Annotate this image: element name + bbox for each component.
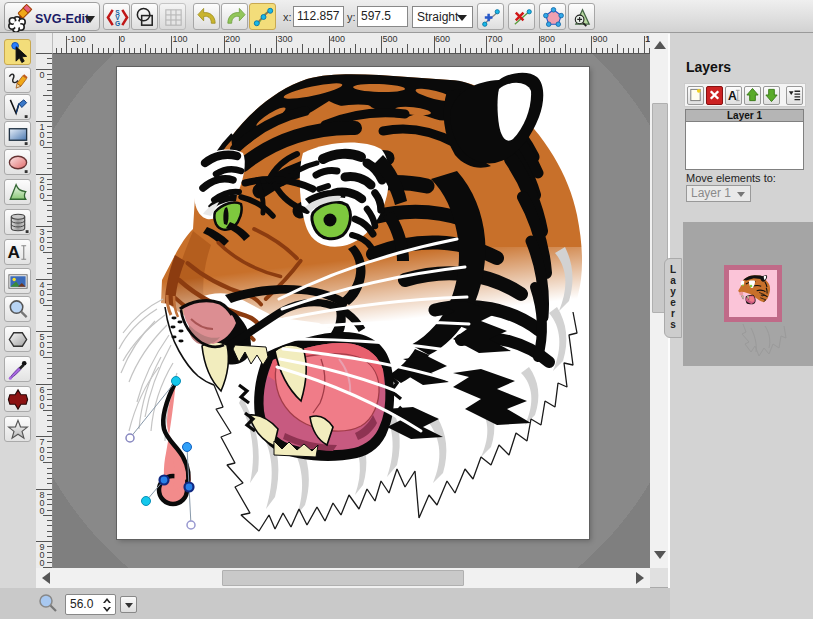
svg-text:A: A: [728, 89, 737, 103]
svg-text:G: G: [115, 20, 120, 27]
svg-text:A: A: [7, 242, 19, 262]
